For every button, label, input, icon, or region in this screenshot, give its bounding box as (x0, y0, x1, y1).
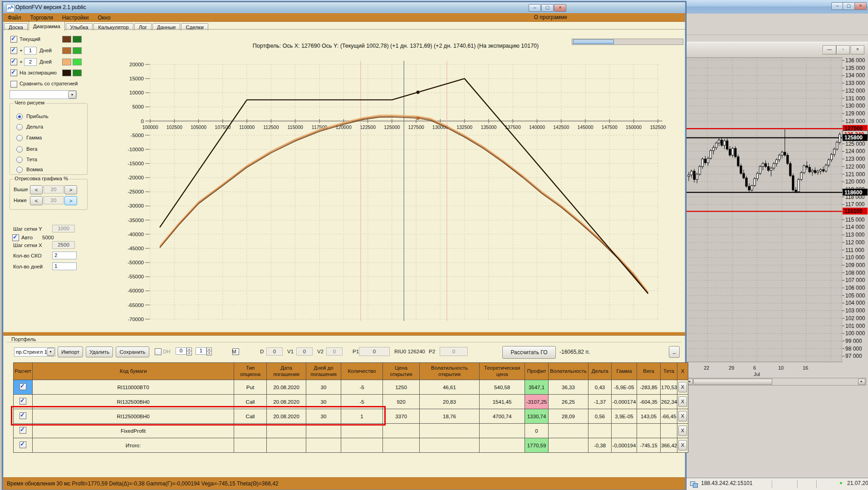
row-checkbox[interactable] (20, 383, 26, 390)
table-row-4[interactable]: Итого:1770,59-0,38-0,000194-745,15366,42… (14, 438, 688, 453)
row-delete-button[interactable]: X (678, 426, 687, 436)
chart-portfolio-splitter[interactable] (3, 332, 685, 336)
below-decrease-button[interactable]: < (30, 196, 43, 205)
scrollbar-thumb[interactable] (693, 379, 772, 385)
col-header: Вега (637, 363, 661, 380)
chart-zoom-slider-thumb[interactable] (573, 40, 614, 44)
dh-spinner-1-value[interactable]: 0 (176, 347, 186, 355)
row-calc-cell[interactable] (14, 438, 33, 453)
candle-body (712, 148, 714, 151)
candle-body (792, 176, 794, 190)
above-value[interactable]: 20 (44, 185, 64, 193)
v2-field[interactable]: 0 (326, 347, 343, 356)
strategy-combo-dropdown-icon[interactable]: ▼ (68, 91, 76, 99)
import-button[interactable]: Импорт (58, 346, 83, 357)
close-icon[interactable]: × (554, 4, 566, 12)
row-calc-cell[interactable] (14, 424, 33, 438)
quik-close-icon[interactable]: × (854, 2, 867, 10)
save-button[interactable]: Сохранить (116, 346, 149, 357)
days-count-field[interactable]: 1 (52, 262, 77, 270)
preset-combo-dropdown-icon[interactable]: ▼ (47, 348, 54, 356)
table-row-3[interactable]: FixedProfit0X (14, 424, 688, 438)
maximize-icon[interactable]: ▢ (541, 4, 554, 12)
quik-chart-restore-icon[interactable]: ▫ (836, 45, 850, 54)
legend-checkbox-2[interactable] (10, 59, 17, 65)
grid-y-field[interactable]: 1000 (52, 225, 75, 233)
grid-x-field[interactable]: 2500 (52, 241, 75, 249)
candle-body (737, 157, 739, 166)
radio-Тета[interactable] (16, 157, 23, 163)
row-checkbox[interactable] (20, 398, 26, 405)
row-delete-cell[interactable]: X (677, 438, 688, 453)
radio-Вега[interactable] (16, 146, 23, 153)
quik-chart-close-icon[interactable]: × (851, 45, 864, 54)
row-checkbox[interactable] (20, 441, 26, 448)
row-calc-cell[interactable] (14, 380, 33, 395)
row-delete-cell[interactable]: X (677, 395, 688, 409)
dh-spinner-1[interactable]: 0 ▲ ▼ (176, 347, 191, 356)
cell-vol: 26,25 (549, 395, 588, 409)
calc-margin-button[interactable]: Рассчитать ГО (502, 346, 556, 359)
above-decrease-button[interactable]: < (30, 185, 43, 194)
row-delete-cell[interactable]: X (677, 380, 688, 395)
radio-Гамма[interactable] (16, 135, 23, 141)
d-field[interactable]: 0 (266, 347, 283, 356)
strategy-combo[interactable] (10, 90, 77, 99)
menu-about[interactable]: О программе (534, 14, 567, 20)
sko-field[interactable]: 2 (52, 252, 77, 259)
price-label: 102 000 (845, 315, 865, 322)
radio-Вомма[interactable] (16, 167, 23, 173)
cell-theo: 540,58 (480, 380, 525, 395)
menu-item-0[interactable]: Файл (3, 14, 26, 22)
legend-checkbox-0[interactable] (10, 36, 17, 43)
row-delete-button[interactable]: X (678, 440, 687, 450)
quik-h-scrollbar[interactable]: ◄ ► (685, 378, 866, 386)
row-delete-button[interactable]: X (678, 396, 687, 407)
compare-checkbox-box[interactable] (10, 81, 17, 88)
menu-item-3[interactable]: Окно (93, 14, 115, 22)
compare-checkbox[interactable] (10, 81, 17, 89)
menu-item-2[interactable]: Настройки (58, 14, 93, 22)
dh-spinner-2-value[interactable]: 1 (196, 347, 206, 355)
price-label: 113 000 (845, 232, 865, 238)
p1-field[interactable]: 0 (359, 347, 390, 356)
row-checkbox[interactable] (20, 427, 26, 434)
auto-checkbox[interactable] (12, 234, 19, 243)
below-value[interactable]: 20 (44, 196, 64, 204)
quik-chart-minimize-icon[interactable]: — (823, 45, 836, 54)
quik-minimize-icon[interactable]: – (831, 2, 843, 10)
col-header: Волатильность (549, 363, 588, 380)
dh-checkbox[interactable] (155, 348, 162, 355)
scroll-right-icon[interactable]: ► (858, 379, 865, 385)
legend-checkbox-3[interactable] (10, 69, 17, 76)
p2-field[interactable]: 0 (440, 347, 468, 356)
table-row-0[interactable]: RI110000BT0Put20.08.202030-5125046,61540… (14, 380, 688, 395)
row-delete-button[interactable]: X (678, 382, 687, 392)
radio-Прибыль[interactable] (16, 114, 23, 120)
auto-checkbox-box[interactable] (12, 234, 19, 241)
v1-field[interactable]: 0 (296, 347, 313, 356)
chart-zoom-slider[interactable] (572, 39, 683, 45)
menu-item-1[interactable]: Торговля (26, 14, 58, 22)
date-label-0: 22 (704, 365, 709, 371)
quik-maximize-icon[interactable]: ▢ (843, 2, 855, 10)
legend-days-field-1[interactable]: 1 (24, 47, 37, 54)
delete-button[interactable]: Удалить (86, 346, 113, 357)
radio-Дельта[interactable] (16, 124, 23, 130)
row-delete-button[interactable]: X (678, 411, 687, 421)
row-delete-cell[interactable]: X (677, 424, 688, 438)
legend-checkbox-1[interactable] (10, 47, 17, 54)
collapse-button[interactable]: _ (669, 346, 680, 358)
titlebar[interactable]: OptionFVV версия 2.1 public – ▢ × (3, 2, 685, 14)
below-increase-button[interactable]: > (64, 196, 77, 205)
dh-spinner-2[interactable]: 1 ▲ ▼ (196, 347, 211, 356)
row-delete-cell[interactable]: X (677, 409, 688, 424)
spinner-down-icon[interactable]: ▼ (186, 351, 192, 356)
legend-days-field-2[interactable]: 2 (24, 58, 37, 66)
candle-body (726, 141, 728, 149)
above-increase-button[interactable]: > (64, 185, 77, 194)
minimize-icon[interactable]: – (529, 4, 541, 12)
tab-Диаграмма[interactable]: Диаграмма (29, 21, 65, 31)
spinner-down-icon[interactable]: ▼ (206, 351, 212, 356)
network-icon-2 (693, 483, 698, 488)
